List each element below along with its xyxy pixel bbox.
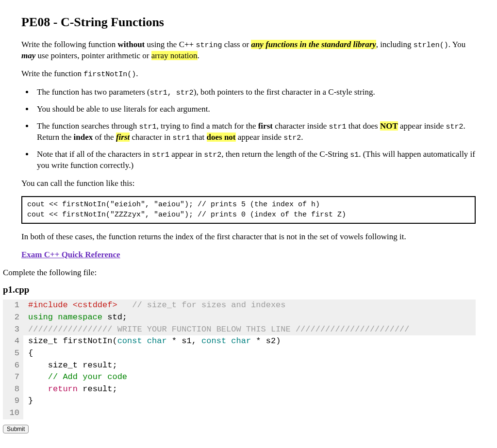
code-line: 6 size_t result; (3, 360, 476, 372)
text: NOT (380, 121, 398, 131)
code-line: 4 size_t firstNotIn(const char * s1, con… (3, 335, 476, 348)
text: appear in (169, 149, 204, 159)
text: { (23, 348, 476, 360)
filename-heading: p1.cpp (3, 283, 476, 296)
text: The function has two parameters ( (37, 87, 150, 97)
bold-without: without (118, 40, 145, 49)
code-line: 2 using namespace std; (3, 312, 476, 324)
line-number: 8 (3, 383, 23, 396)
keyword: char (142, 336, 167, 346)
line-number: 1 (3, 299, 23, 312)
highlight-stdlib: any functions in the standard library (251, 40, 376, 49)
code-str1: str1 (139, 123, 157, 131)
code-str1: str1 (152, 151, 169, 159)
text: that does (347, 121, 380, 131)
quick-reference-link[interactable]: Exam C++ Quick Reference (21, 250, 120, 259)
text: * s1, (167, 336, 201, 346)
text: ), both pointers to the first character … (194, 87, 375, 97)
highlight-first: first (116, 133, 130, 142)
italic-may: may (21, 51, 35, 60)
line-number: 10 (3, 407, 23, 419)
include-lib: <cstddef> (73, 300, 117, 310)
text: The function searches through (37, 121, 139, 131)
code-string: string (196, 41, 222, 50)
code-line: 8 return result; (3, 383, 476, 396)
bold-index: index (74, 133, 93, 142)
text: any functions in the standard library (251, 40, 376, 49)
code-strlen: strlen() (414, 41, 448, 50)
text: character inside (273, 121, 329, 131)
comment: // Add your code (48, 372, 127, 382)
submit-button[interactable]: Submit (3, 425, 29, 433)
keyword: char (226, 336, 251, 346)
requirements-list: The function has two parameters (str1, s… (34, 87, 476, 172)
text: size_t result; (23, 360, 476, 372)
code-str2: str2 (283, 134, 301, 142)
text: . (136, 69, 138, 78)
text: of the (93, 133, 116, 142)
keyword: using namespace (28, 313, 107, 322)
text: , trying to find a match for the (157, 121, 258, 131)
keyword: return (48, 384, 78, 394)
text: size_t firstNotIn( (28, 336, 117, 346)
code-str2: str2 (446, 123, 463, 131)
code-line: 1 #include <cstddef> // size_t for sizes… (3, 299, 476, 312)
text: . You (448, 40, 465, 49)
comment: // size_t for sizes and indexes (117, 300, 286, 310)
line-number: 2 (3, 312, 23, 324)
keyword: const (117, 336, 142, 346)
code-str1: str1 (173, 134, 190, 142)
text (23, 407, 476, 419)
code-line: 10 (3, 407, 476, 419)
text: appear inside (398, 121, 446, 131)
bold-first: first (258, 121, 273, 131)
highlight-not: NOT (380, 121, 398, 131)
text: character in (130, 133, 172, 142)
highlight-doesnot: does not (207, 133, 236, 142)
text: Write the function (21, 69, 83, 78)
text: Note that if all of the characters in (37, 149, 152, 159)
code-line: 7 // Add your code (3, 371, 476, 383)
write-function-line: Write the function firstNotIn(). (21, 68, 476, 80)
code-line: 3 ///////////////// WRITE YOUR FUNCTION … (3, 324, 476, 336)
line-number: 3 (3, 324, 23, 336)
line-number: 6 (3, 360, 23, 372)
comment: ///////////////// WRITE YOUR FUNCTION BE… (28, 325, 410, 334)
text: that (190, 133, 207, 142)
text: * s2) (251, 336, 281, 346)
text: first (116, 133, 130, 142)
line-number: 4 (3, 335, 23, 348)
list-item: Note that if all of the characters in st… (34, 149, 476, 171)
highlight-array: array notation (151, 51, 198, 60)
text: result; (78, 384, 117, 394)
example-code-box: cout << firstNotIn("eieioh", "aeiou"); /… (21, 196, 476, 224)
code-s1: s1 (350, 151, 359, 159)
list-item: You should be able to use literals for e… (34, 104, 476, 115)
code-params: str1, str2 (150, 89, 194, 97)
code-line: 9 } (3, 395, 476, 407)
line-number: 5 (3, 348, 23, 360)
list-item: The function searches through str1, tryi… (34, 121, 476, 144)
text: , then return the length of the C-String (221, 149, 350, 159)
after-box-text: In both of these cases, the function ret… (21, 232, 476, 243)
keyword: const (201, 336, 226, 346)
text: does not (207, 133, 236, 142)
intro-paragraph: Write the following function without usi… (21, 39, 476, 62)
code-str1: str1 (329, 123, 347, 131)
text: class or (222, 40, 251, 49)
indent (28, 372, 48, 382)
code-fnname: firstNotIn() (83, 70, 136, 79)
complete-prompt: Complete the following file: (3, 267, 476, 279)
text: Write the following function (21, 40, 118, 49)
call-intro: You can call the function like this: (21, 178, 476, 189)
line-number: 7 (3, 371, 23, 383)
code-line: 5 { (3, 348, 476, 360)
line-number: 9 (3, 395, 23, 407)
list-item: The function has two parameters (str1, s… (34, 87, 476, 98)
code-editor[interactable]: 1 #include <cstddef> // size_t for sizes… (3, 299, 476, 419)
text: use pointers, pointer arithmetic or (35, 51, 151, 60)
text: std; (107, 313, 127, 322)
page-title: PE08 - C-String Functions (21, 14, 476, 31)
text: . (301, 133, 303, 142)
text: appear inside (236, 133, 284, 142)
